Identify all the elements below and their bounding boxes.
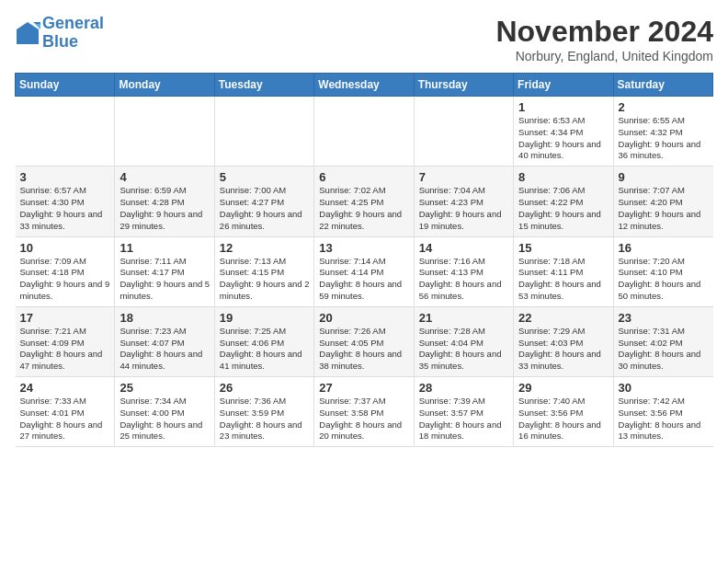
day-number: 22 xyxy=(518,311,609,325)
day-info: Sunrise: 7:21 AM Sunset: 4:09 PM Dayligh… xyxy=(20,326,111,373)
cell-w2-d4: 14Sunrise: 7:16 AM Sunset: 4:13 PM Dayli… xyxy=(414,236,513,306)
cell-w0-d6: 2Sunrise: 6:55 AM Sunset: 4:32 PM Daylig… xyxy=(613,97,712,167)
day-number: 30 xyxy=(619,381,710,395)
title-block: November 2024 Norbury, England, United K… xyxy=(495,15,713,63)
day-number: 11 xyxy=(119,241,210,255)
calendar-table: Sunday Monday Tuesday Wednesday Thursday… xyxy=(15,73,713,447)
cell-w1-d3: 6Sunrise: 7:02 AM Sunset: 4:25 PM Daylig… xyxy=(314,167,414,236)
cell-w1-d5: 8Sunrise: 7:06 AM Sunset: 4:22 PM Daylig… xyxy=(514,167,613,236)
header-row: Sunday Monday Tuesday Wednesday Thursday… xyxy=(16,74,713,97)
cell-w0-d0 xyxy=(16,97,115,167)
day-number: 26 xyxy=(220,381,310,395)
day-info: Sunrise: 7:34 AM Sunset: 4:00 PM Dayligh… xyxy=(119,396,210,442)
cell-w0-d1 xyxy=(115,97,214,167)
col-monday: Monday xyxy=(115,74,214,97)
day-number: 14 xyxy=(419,241,509,255)
col-saturday: Saturday xyxy=(613,74,712,97)
day-info: Sunrise: 7:40 AM Sunset: 3:56 PM Dayligh… xyxy=(518,396,609,442)
week-row-1: 3Sunrise: 6:57 AM Sunset: 4:30 PM Daylig… xyxy=(16,167,713,236)
day-info: Sunrise: 7:04 AM Sunset: 4:23 PM Dayligh… xyxy=(419,185,509,232)
col-friday: Friday xyxy=(514,74,613,97)
day-number: 9 xyxy=(619,170,710,184)
logo: General Blue xyxy=(15,15,104,52)
page: General Blue November 2024 Norbury, Engl… xyxy=(0,0,728,456)
day-info: Sunrise: 7:07 AM Sunset: 4:20 PM Dayligh… xyxy=(619,185,710,232)
logo-line2: Blue xyxy=(42,32,78,51)
cell-w1-d4: 7Sunrise: 7:04 AM Sunset: 4:23 PM Daylig… xyxy=(414,167,513,236)
day-info: Sunrise: 7:33 AM Sunset: 4:01 PM Dayligh… xyxy=(20,396,111,442)
day-info: Sunrise: 7:16 AM Sunset: 4:13 PM Dayligh… xyxy=(419,256,509,303)
cell-w4-d3: 27Sunrise: 7:37 AM Sunset: 3:58 PM Dayli… xyxy=(314,377,414,447)
day-number: 4 xyxy=(119,170,210,184)
day-number: 5 xyxy=(220,170,310,184)
week-row-2: 10Sunrise: 7:09 AM Sunset: 4:18 PM Dayli… xyxy=(16,236,713,306)
cell-w2-d3: 13Sunrise: 7:14 AM Sunset: 4:14 PM Dayli… xyxy=(314,236,414,306)
cell-w3-d5: 22Sunrise: 7:29 AM Sunset: 4:03 PM Dayli… xyxy=(514,306,613,376)
day-number: 18 xyxy=(119,311,210,325)
day-number: 28 xyxy=(419,381,509,395)
col-sunday: Sunday xyxy=(16,74,115,97)
day-info: Sunrise: 6:55 AM Sunset: 4:32 PM Dayligh… xyxy=(619,115,710,162)
cell-w0-d5: 1Sunrise: 6:53 AM Sunset: 4:34 PM Daylig… xyxy=(514,97,613,167)
day-info: Sunrise: 7:31 AM Sunset: 4:02 PM Dayligh… xyxy=(619,326,710,373)
day-info: Sunrise: 7:26 AM Sunset: 4:05 PM Dayligh… xyxy=(319,326,409,373)
col-tuesday: Tuesday xyxy=(214,74,313,97)
day-number: 15 xyxy=(518,241,609,255)
cell-w2-d0: 10Sunrise: 7:09 AM Sunset: 4:18 PM Dayli… xyxy=(16,236,115,306)
day-number: 21 xyxy=(419,311,509,325)
day-number: 3 xyxy=(20,170,111,184)
day-info: Sunrise: 7:11 AM Sunset: 4:17 PM Dayligh… xyxy=(119,256,210,303)
cell-w3-d6: 23Sunrise: 7:31 AM Sunset: 4:02 PM Dayli… xyxy=(613,306,712,376)
cell-w4-d4: 28Sunrise: 7:39 AM Sunset: 3:57 PM Dayli… xyxy=(414,377,513,447)
day-number: 23 xyxy=(619,311,710,325)
day-info: Sunrise: 7:23 AM Sunset: 4:07 PM Dayligh… xyxy=(119,326,210,373)
day-number: 8 xyxy=(518,170,609,184)
cell-w2-d1: 11Sunrise: 7:11 AM Sunset: 4:17 PM Dayli… xyxy=(115,236,214,306)
day-number: 7 xyxy=(419,170,509,184)
cell-w0-d4 xyxy=(414,97,513,167)
day-number: 17 xyxy=(20,311,111,325)
col-thursday: Thursday xyxy=(414,74,513,97)
day-info: Sunrise: 6:57 AM Sunset: 4:30 PM Dayligh… xyxy=(20,185,111,232)
day-number: 13 xyxy=(319,241,409,255)
header: General Blue November 2024 Norbury, Engl… xyxy=(15,15,713,63)
day-number: 24 xyxy=(20,381,111,395)
week-row-3: 17Sunrise: 7:21 AM Sunset: 4:09 PM Dayli… xyxy=(16,306,713,376)
day-number: 2 xyxy=(619,100,710,114)
cell-w1-d2: 5Sunrise: 7:00 AM Sunset: 4:27 PM Daylig… xyxy=(214,167,313,236)
cell-w2-d5: 15Sunrise: 7:18 AM Sunset: 4:11 PM Dayli… xyxy=(514,236,613,306)
day-info: Sunrise: 7:13 AM Sunset: 4:15 PM Dayligh… xyxy=(220,256,310,303)
day-info: Sunrise: 7:18 AM Sunset: 4:11 PM Dayligh… xyxy=(518,256,609,303)
svg-marker-0 xyxy=(17,22,39,44)
day-info: Sunrise: 7:28 AM Sunset: 4:04 PM Dayligh… xyxy=(419,326,509,373)
day-info: Sunrise: 6:53 AM Sunset: 4:34 PM Dayligh… xyxy=(518,115,609,162)
day-info: Sunrise: 7:29 AM Sunset: 4:03 PM Dayligh… xyxy=(518,326,609,373)
day-number: 19 xyxy=(220,311,310,325)
cell-w1-d6: 9Sunrise: 7:07 AM Sunset: 4:20 PM Daylig… xyxy=(613,167,712,236)
day-info: Sunrise: 7:36 AM Sunset: 3:59 PM Dayligh… xyxy=(220,396,310,442)
day-info: Sunrise: 7:42 AM Sunset: 3:56 PM Dayligh… xyxy=(619,396,710,442)
day-number: 6 xyxy=(319,170,409,184)
day-number: 27 xyxy=(319,381,409,395)
cell-w2-d2: 12Sunrise: 7:13 AM Sunset: 4:15 PM Dayli… xyxy=(214,236,313,306)
cell-w3-d1: 18Sunrise: 7:23 AM Sunset: 4:07 PM Dayli… xyxy=(115,306,214,376)
cell-w4-d6: 30Sunrise: 7:42 AM Sunset: 3:56 PM Dayli… xyxy=(613,377,712,447)
week-row-4: 24Sunrise: 7:33 AM Sunset: 4:01 PM Dayli… xyxy=(16,377,713,447)
location: Norbury, England, United Kingdom xyxy=(495,49,713,63)
cell-w2-d6: 16Sunrise: 7:20 AM Sunset: 4:10 PM Dayli… xyxy=(613,236,712,306)
day-info: Sunrise: 6:59 AM Sunset: 4:28 PM Dayligh… xyxy=(119,185,210,232)
day-info: Sunrise: 7:14 AM Sunset: 4:14 PM Dayligh… xyxy=(319,256,409,303)
cell-w4-d2: 26Sunrise: 7:36 AM Sunset: 3:59 PM Dayli… xyxy=(214,377,313,447)
day-info: Sunrise: 7:25 AM Sunset: 4:06 PM Dayligh… xyxy=(220,326,310,373)
day-number: 29 xyxy=(518,381,609,395)
day-number: 1 xyxy=(518,100,609,114)
cell-w4-d1: 25Sunrise: 7:34 AM Sunset: 4:00 PM Dayli… xyxy=(115,377,214,447)
day-number: 20 xyxy=(319,311,409,325)
cell-w1-d1: 4Sunrise: 6:59 AM Sunset: 4:28 PM Daylig… xyxy=(115,167,214,236)
day-info: Sunrise: 7:06 AM Sunset: 4:22 PM Dayligh… xyxy=(518,185,609,232)
cell-w0-d2 xyxy=(214,97,313,167)
day-number: 12 xyxy=(220,241,310,255)
day-number: 25 xyxy=(119,381,210,395)
cell-w3-d2: 19Sunrise: 7:25 AM Sunset: 4:06 PM Dayli… xyxy=(214,306,313,376)
day-info: Sunrise: 7:39 AM Sunset: 3:57 PM Dayligh… xyxy=(419,396,509,442)
